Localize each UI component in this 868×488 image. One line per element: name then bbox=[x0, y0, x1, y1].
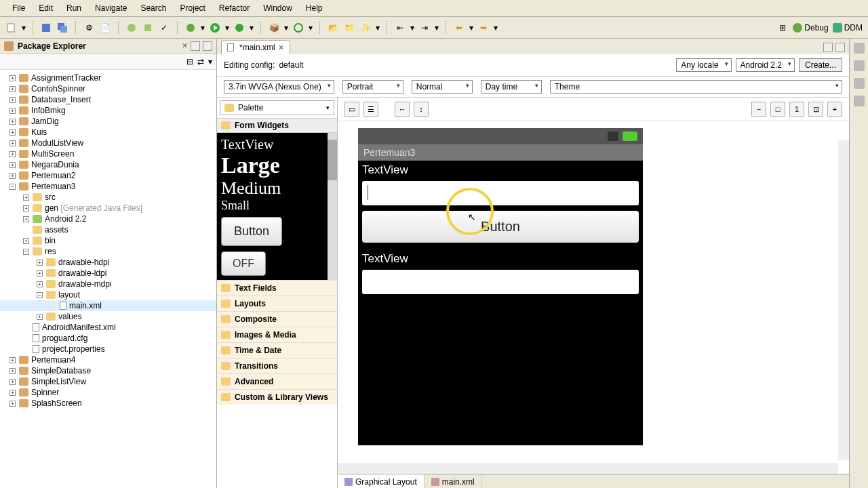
widget-textview-1[interactable]: TextView bbox=[362, 161, 639, 180]
palette-large-text[interactable]: Large bbox=[221, 152, 333, 178]
palette-button[interactable]: Button bbox=[221, 217, 282, 246]
app-screen[interactable]: TextView Button TextView ↖ bbox=[358, 161, 643, 445]
tree-android[interactable]: Android 2.2 bbox=[45, 214, 86, 224]
uimode-dropdown[interactable]: Normal bbox=[412, 80, 473, 94]
tree-item[interactable]: Pertemuan2 bbox=[31, 171, 75, 180]
editor-maximize-icon[interactable] bbox=[835, 43, 845, 52]
menu-file[interactable]: File bbox=[5, 1, 32, 15]
tree-gen[interactable]: gen bbox=[45, 203, 58, 213]
locale-dropdown[interactable]: Any locale bbox=[676, 58, 731, 72]
tree-proguard[interactable]: proguard.cfg bbox=[42, 333, 87, 343]
category-advanced[interactable]: Advanced bbox=[217, 373, 337, 389]
tree-layout[interactable]: layout bbox=[58, 290, 80, 300]
tree-item-open[interactable]: Pertemuan3 bbox=[31, 182, 75, 191]
nav2-icon[interactable]: ⇥ bbox=[418, 22, 431, 34]
tree-item[interactable]: Kuis bbox=[31, 127, 47, 137]
tree-mainxml[interactable]: main.xml bbox=[69, 301, 102, 310]
widget-edittext-2[interactable] bbox=[362, 270, 639, 294]
tree-src[interactable]: src bbox=[45, 192, 56, 202]
properties-icon[interactable] bbox=[854, 60, 865, 71]
category-form-widgets[interactable]: Form Widgets bbox=[217, 118, 337, 133]
canvas-vscroll[interactable] bbox=[838, 140, 849, 460]
theme-dropdown[interactable]: Theme bbox=[550, 80, 842, 94]
wand-icon[interactable]: ✨ bbox=[359, 22, 372, 34]
lint-icon[interactable]: ✓ bbox=[158, 22, 170, 34]
close-tab-icon[interactable]: ✕ bbox=[278, 43, 284, 52]
widget-textview-2[interactable]: TextView bbox=[362, 249, 639, 268]
console-icon[interactable] bbox=[854, 96, 865, 106]
fwd-icon[interactable]: ➡ bbox=[477, 22, 490, 34]
tree-item[interactable]: ContohSpinner bbox=[31, 84, 85, 94]
menu-edit[interactable]: Edit bbox=[32, 1, 60, 15]
device-canvas[interactable]: Pertemuan3 TextView Button TextView ↖ bbox=[338, 121, 849, 474]
open2-icon[interactable]: 📁 bbox=[343, 22, 355, 34]
align-h-icon[interactable]: ▭ bbox=[344, 102, 359, 117]
menu-project[interactable]: Project bbox=[173, 1, 212, 15]
tree-item[interactable]: SplashScreen bbox=[31, 399, 82, 408]
tool-icon[interactable]: ⚙ bbox=[83, 22, 95, 34]
maximize-icon[interactable] bbox=[203, 41, 212, 51]
zoom-actual-icon[interactable]: ⊡ bbox=[808, 102, 823, 117]
view-menu-icon[interactable]: ▾ bbox=[208, 57, 212, 66]
category-transitions[interactable]: Transitions bbox=[217, 358, 337, 373]
tree-item[interactable]: NegaraDunia bbox=[31, 160, 79, 169]
zoom-out-icon[interactable]: − bbox=[751, 102, 766, 117]
tree-item[interactable]: Spinner bbox=[31, 388, 59, 397]
palette-medium-text[interactable]: Medium bbox=[221, 178, 333, 199]
menu-run[interactable]: Run bbox=[60, 1, 88, 15]
menu-window[interactable]: Window bbox=[256, 1, 299, 15]
editor-tab-mainxml[interactable]: *main.xml ✕ bbox=[221, 40, 290, 54]
tree-item[interactable]: SimpleDatabase bbox=[31, 366, 91, 375]
expand-h-icon[interactable]: ↔ bbox=[395, 102, 410, 117]
target-dropdown[interactable]: Android 2.2 bbox=[736, 58, 795, 72]
refresh-icon[interactable] bbox=[292, 22, 304, 34]
category-time-date[interactable]: Time & Date bbox=[217, 342, 337, 358]
zoom-in-icon[interactable]: + bbox=[827, 102, 842, 117]
tree-item[interactable]: AssignmentTracker bbox=[31, 73, 101, 83]
android-icon[interactable] bbox=[125, 22, 138, 34]
back-icon[interactable]: ⬅ bbox=[453, 22, 465, 34]
menu-refactor[interactable]: Refactor bbox=[212, 1, 256, 15]
newpkg-icon[interactable]: 📦 bbox=[268, 22, 280, 34]
saveall-icon[interactable] bbox=[56, 22, 68, 34]
tree-item[interactable]: SimpleListView bbox=[31, 377, 86, 386]
category-text-fields[interactable]: Text Fields bbox=[217, 280, 337, 296]
problems-icon[interactable] bbox=[854, 78, 865, 89]
category-layouts[interactable]: Layouts bbox=[217, 296, 337, 311]
tool2-icon[interactable]: 📄 bbox=[99, 22, 111, 34]
link-editor-icon[interactable]: ⇄ bbox=[197, 57, 204, 66]
category-images-media[interactable]: Images & Media bbox=[217, 327, 337, 342]
menu-navigate[interactable]: Navigate bbox=[88, 1, 134, 15]
collapse-all-icon[interactable]: ⊟ bbox=[186, 57, 193, 66]
tree-props[interactable]: project.properties bbox=[42, 344, 105, 354]
tree-res[interactable]: res bbox=[45, 247, 56, 256]
tree-drawable[interactable]: drawable-ldpi bbox=[58, 268, 106, 278]
avd-icon[interactable] bbox=[142, 22, 154, 34]
minimize-icon[interactable] bbox=[191, 41, 200, 51]
daytime-dropdown[interactable]: Day time bbox=[481, 80, 542, 94]
create-button[interactable]: Create... bbox=[799, 58, 842, 72]
ddms-perspective[interactable]: DDM bbox=[833, 23, 863, 33]
tree-bin[interactable]: bin bbox=[45, 236, 56, 245]
expand-v-icon[interactable]: ↕ bbox=[414, 102, 429, 117]
tree-item[interactable]: ModulListView bbox=[31, 138, 83, 148]
tree-manifest[interactable]: AndroidManifest.xml bbox=[42, 323, 116, 332]
palette-textview[interactable]: TextView bbox=[221, 137, 333, 152]
tree-item[interactable]: Database_Insert bbox=[31, 95, 91, 104]
zoom-100-icon[interactable]: 1 bbox=[789, 102, 804, 117]
widget-edittext-1[interactable] bbox=[362, 181, 639, 205]
category-composite[interactable]: Composite bbox=[217, 311, 337, 327]
nav1-icon[interactable]: ⇤ bbox=[394, 22, 406, 34]
tree-assets[interactable]: assets bbox=[45, 225, 68, 235]
tab-xml-source[interactable]: main.xml bbox=[425, 474, 482, 488]
palette-small-text[interactable]: Small bbox=[221, 199, 333, 213]
device-dropdown[interactable]: 3.7in WVGA (Nexus One) bbox=[224, 80, 334, 94]
menu-search[interactable]: Search bbox=[134, 1, 173, 15]
menu-help[interactable]: Help bbox=[299, 1, 330, 15]
orientation-dropdown[interactable]: Portrait bbox=[342, 80, 403, 94]
palette-toggle[interactable]: OFF bbox=[221, 251, 266, 276]
perspective-icon[interactable]: ⊞ bbox=[776, 22, 789, 34]
tree-drawable[interactable]: drawable-mdpi bbox=[58, 279, 112, 289]
tree-drawable[interactable]: drawable-hdpi bbox=[58, 258, 109, 267]
tree-item[interactable]: JamDig bbox=[31, 117, 59, 126]
